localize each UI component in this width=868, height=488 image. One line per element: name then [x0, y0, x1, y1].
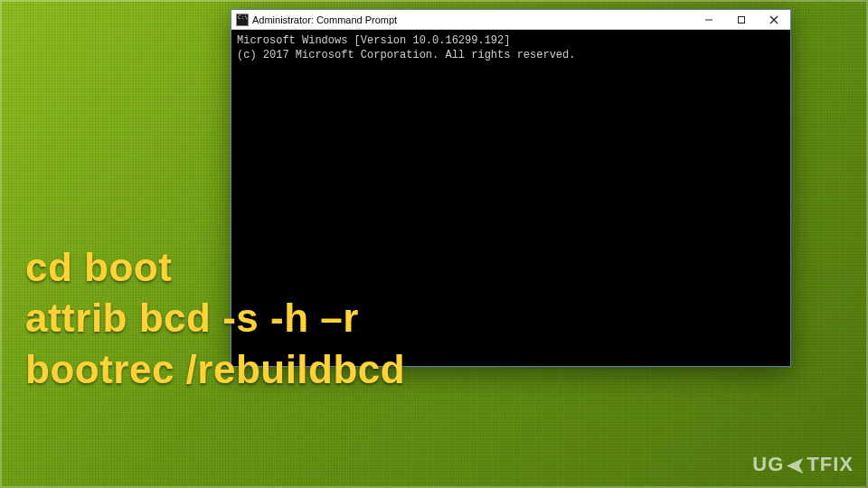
minimize-icon: [704, 15, 713, 24]
close-icon: [769, 15, 778, 24]
maximize-button[interactable]: [725, 10, 758, 29]
svg-rect-1: [739, 16, 745, 23]
window-titlebar[interactable]: Administrator: Command Prompt: [231, 10, 790, 30]
arrow-icon: ➤: [786, 453, 805, 478]
watermark-part2: TFIX: [807, 453, 854, 476]
overlay-cmd-2: attrib bcd -s -h –r: [25, 293, 405, 343]
maximize-icon: [737, 15, 746, 24]
console-line-version: Microsoft Windows [Version 10.0.16299.19…: [237, 34, 510, 47]
cmd-icon: [236, 14, 249, 26]
watermark-part1: UG: [752, 453, 784, 476]
overlay-cmd-1: cd boot: [25, 242, 405, 293]
window-controls: [693, 10, 790, 29]
console-line-copyright: (c) 2017 Microsoft Corporation. All righ…: [237, 49, 575, 61]
window-title: Administrator: Command Prompt: [252, 14, 397, 25]
minimize-button[interactable]: [693, 10, 725, 29]
overlay-cmd-3: bootrec /rebuildbcd: [25, 344, 405, 395]
watermark-logo: UG➤TFIX: [752, 452, 854, 477]
close-button[interactable]: [758, 10, 790, 29]
overlay-command-text: cd boot attrib bcd -s -h –r bootrec /reb…: [25, 242, 405, 395]
